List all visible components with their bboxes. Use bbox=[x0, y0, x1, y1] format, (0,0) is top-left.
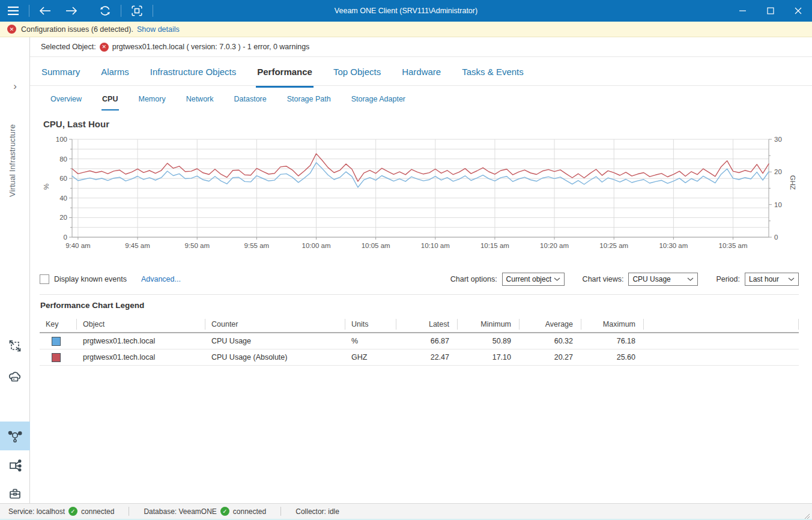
expand-sidebar-button[interactable]: › bbox=[0, 80, 30, 92]
chart-title: CPU, Last Hour bbox=[43, 119, 109, 129]
selected-object-bar: Selected Object: ✕ prgtwesx01.tech.local… bbox=[30, 37, 812, 57]
subtab-memory[interactable]: Memory bbox=[138, 90, 166, 109]
minimize-button[interactable] bbox=[729, 0, 757, 22]
period-value: Last hour bbox=[749, 275, 779, 283]
tab-alarms[interactable]: Alarms bbox=[100, 60, 130, 86]
svg-text:10:05 am: 10:05 am bbox=[362, 242, 390, 249]
focus-frame-icon bbox=[130, 4, 144, 17]
toolbar-separator bbox=[29, 5, 29, 17]
error-icon: ✕ bbox=[7, 25, 16, 34]
tab-hardware[interactable]: Hardware bbox=[401, 60, 442, 86]
svg-text:10:20 am: 10:20 am bbox=[540, 242, 569, 249]
cell-maximum: 25.60 bbox=[581, 353, 644, 361]
focus-object-button[interactable] bbox=[124, 0, 150, 22]
back-arrow-icon bbox=[38, 6, 52, 16]
cell-counter: CPU Usage bbox=[205, 337, 345, 345]
column-header-average: Average bbox=[520, 316, 581, 332]
svg-text:60: 60 bbox=[59, 175, 67, 182]
sidebar-item-vsphere-hierarchy[interactable] bbox=[0, 450, 30, 479]
tab-tasks-events[interactable]: Tasks & Events bbox=[461, 60, 525, 86]
table-row: prgtwesx01.tech.local CPU Usage (Absolut… bbox=[40, 349, 799, 366]
maximize-icon bbox=[767, 7, 774, 14]
sidebar-item-business-view[interactable] bbox=[0, 363, 30, 392]
configuration-issues-banner: ✕ Configuration issues (6 detected). Sho… bbox=[0, 22, 812, 37]
window-title: Veeam ONE Client (SRV111\Administrator) bbox=[0, 7, 812, 15]
tab-infrastructure-objects[interactable]: Infrastructure Objects bbox=[149, 60, 237, 86]
close-button[interactable] bbox=[784, 0, 812, 22]
chart-options-select[interactable]: Current object bbox=[502, 273, 565, 286]
chevron-down-icon bbox=[554, 277, 560, 281]
connected-check-icon: ✓ bbox=[220, 507, 229, 516]
cell-object: prgtwesx01.tech.local bbox=[77, 337, 205, 345]
configuration-issues-text: Configuration issues (6 detected). bbox=[21, 25, 133, 34]
error-icon: ✕ bbox=[100, 43, 109, 52]
tab-summary[interactable]: Summary bbox=[40, 60, 81, 86]
display-known-events-label: Display known events bbox=[54, 275, 127, 283]
column-header-maximum: Maximum bbox=[581, 316, 644, 332]
statusbar-separator bbox=[280, 507, 281, 516]
subtab-cpu[interactable]: CPU bbox=[102, 90, 118, 110]
forward-arrow-icon bbox=[65, 6, 78, 16]
svg-text:10:25 am: 10:25 am bbox=[599, 242, 628, 249]
forward-button[interactable] bbox=[58, 0, 85, 22]
svg-text:10: 10 bbox=[774, 201, 782, 208]
cell-object: prgtwesx01.tech.local bbox=[77, 353, 205, 361]
cell-units: % bbox=[345, 337, 396, 345]
sidebar-panel-label: Virtual Infrastructure bbox=[8, 101, 17, 197]
chart-controls-row: Display known events Advanced... Chart o… bbox=[40, 271, 799, 287]
performance-subtab-bar: Overview CPU Memory Network Datastore St… bbox=[30, 90, 812, 110]
window-controls bbox=[729, 0, 812, 22]
svg-text:9:50 am: 9:50 am bbox=[184, 242, 210, 249]
svg-text:100: 100 bbox=[56, 136, 67, 143]
series-key-swatch bbox=[52, 337, 61, 346]
show-details-link[interactable]: Show details bbox=[137, 25, 180, 34]
svg-text:80: 80 bbox=[59, 156, 67, 163]
subtab-overview[interactable]: Overview bbox=[50, 90, 82, 109]
chart-views-label: Chart views: bbox=[583, 275, 624, 283]
briefcase-icon bbox=[8, 486, 22, 501]
chart-options-label: Chart options: bbox=[450, 275, 497, 283]
svg-text:40: 40 bbox=[59, 195, 67, 202]
selected-object-label: Selected Object: bbox=[41, 43, 96, 51]
subtab-storage-path[interactable]: Storage Path bbox=[286, 90, 332, 109]
back-button[interactable] bbox=[32, 0, 58, 22]
subtab-storage-adapter[interactable]: Storage Adapter bbox=[351, 90, 406, 109]
refresh-icon bbox=[98, 4, 112, 17]
collector-status-label: Collector: idle bbox=[295, 507, 339, 516]
tab-performance[interactable]: Performance bbox=[256, 60, 314, 88]
svg-text:0: 0 bbox=[774, 234, 778, 241]
table-header-row: Key Object Counter Units Latest Minimum … bbox=[40, 316, 799, 333]
service-status-value: connected bbox=[81, 507, 114, 516]
veeam-one-client-window: Veeam ONE Client (SRV111\Administrator) … bbox=[0, 0, 812, 520]
maximize-button[interactable] bbox=[757, 0, 784, 22]
main-tab-bar: Summary Alarms Infrastructure Objects Pe… bbox=[30, 60, 812, 86]
selected-object-text: prgtwesx01.tech.local ( version: 7.0.3 )… bbox=[112, 43, 310, 51]
subtab-datastore[interactable]: Datastore bbox=[234, 90, 267, 109]
cell-average: 20.27 bbox=[520, 353, 581, 361]
chart-options-value: Current object bbox=[506, 275, 551, 283]
chart-views-select[interactable]: CPU Usage bbox=[628, 273, 698, 286]
svg-text:0: 0 bbox=[64, 234, 67, 241]
cell-counter: CPU Usage (Absolute) bbox=[205, 353, 345, 361]
performance-chart: 9:40 am9:45 am9:50 am9:55 am10:00 am10:0… bbox=[40, 135, 802, 255]
period-label: Period: bbox=[716, 275, 740, 283]
period-select[interactable]: Last hour bbox=[745, 273, 799, 286]
svg-text:10:15 am: 10:15 am bbox=[480, 242, 509, 249]
cell-maximum: 76.18 bbox=[581, 337, 644, 345]
cell-minimum: 50.89 bbox=[458, 337, 520, 345]
display-known-events-checkbox[interactable] bbox=[40, 274, 49, 284]
tab-top-objects[interactable]: Top Objects bbox=[332, 60, 382, 86]
sidebar-item-virtual-infrastructure[interactable] bbox=[0, 422, 30, 450]
service-status-label: Service: localhost bbox=[8, 507, 65, 516]
table-row: prgtwesx01.tech.local CPU Usage % 66.87 … bbox=[40, 333, 799, 349]
cell-latest: 66.87 bbox=[396, 337, 458, 345]
sidebar-item-data-protection[interactable] bbox=[0, 331, 30, 360]
refresh-button[interactable] bbox=[92, 0, 118, 22]
column-header-latest: Latest bbox=[396, 316, 458, 332]
column-header-object: Object bbox=[77, 316, 205, 332]
status-bar: Service: localhost ✓ connected Database:… bbox=[0, 503, 812, 519]
advanced-link[interactable]: Advanced... bbox=[141, 275, 181, 283]
svg-text:9:40 am: 9:40 am bbox=[65, 242, 91, 249]
subtab-network[interactable]: Network bbox=[186, 90, 214, 109]
main-menu-button[interactable] bbox=[0, 0, 26, 22]
